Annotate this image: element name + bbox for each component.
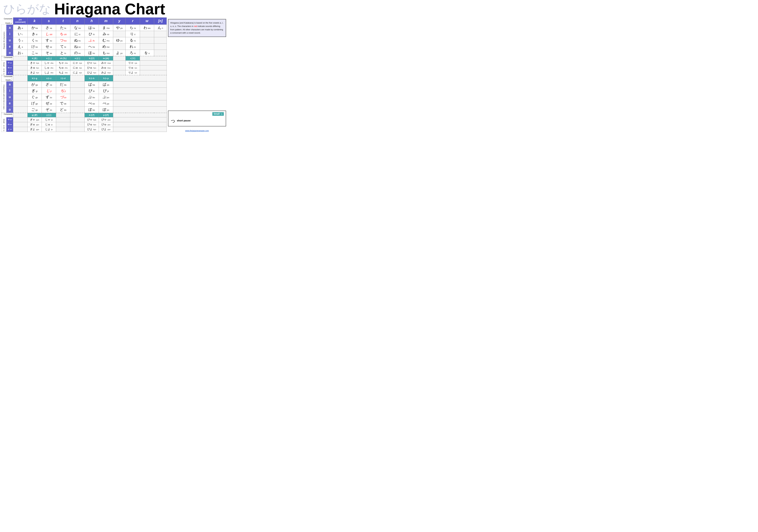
pause-kana: っ xyxy=(170,117,176,124)
cell-yo: よyo xyxy=(113,50,125,56)
smcmp-pyu: ぴゅ pyu xyxy=(99,122,113,127)
cell-mu: むmu xyxy=(99,37,113,43)
dak-ba: ばba xyxy=(85,81,99,87)
regular-section-label: Regular 46 characters xyxy=(1,24,7,56)
dak-ni xyxy=(70,87,85,94)
row-u: u うu くku すsu つtsu ぬnu ふfu むmu ゆyu るru xyxy=(1,37,167,43)
smcmp-gya: ぎゃ gya xyxy=(27,117,42,122)
dak-nc-empty xyxy=(13,75,28,82)
col-header-n2: [n] xyxy=(154,17,167,25)
smcmp-dak-yu-row: ゆ yu ぎゅ gyu じゅ ju びゅ byu ぴゅ pyu xyxy=(1,122,167,127)
consonants-vowels-label: Consonants → Vowels ↙ xyxy=(1,17,13,25)
c-myo: みよ myo xyxy=(99,70,113,75)
vowel-e: e xyxy=(6,43,13,50)
cell-nu: ぬnu xyxy=(70,37,85,43)
dak-ge: げge xyxy=(27,100,42,106)
smcmp-ja: じゃ ja xyxy=(42,117,56,122)
smcmp-pyo: ぴよ pyo xyxy=(99,127,113,132)
dak-labels: Consonants → Vowels ↙ xyxy=(1,75,13,82)
compound-ya-label: や ya xyxy=(6,60,13,65)
dak-bu: ぶbu xyxy=(85,94,99,100)
pause-box-content: っ short pause xyxy=(170,116,190,125)
c-shu: しゅ shu xyxy=(42,65,56,70)
cell-wi-empty xyxy=(140,31,154,37)
dak-ne xyxy=(70,100,85,106)
compound-yo-row: よ yo きよ kyo しよ sho ちよ cho によ nyo ひよ hyo … xyxy=(1,70,167,75)
cell-a-nocons: あa xyxy=(13,24,28,31)
dak-de: でde xyxy=(56,100,70,106)
c-yu-y xyxy=(113,65,125,70)
dak-pe: ぺpe xyxy=(99,100,113,106)
header-row: Consonants → Vowels ↙ [noconsonant] k s … xyxy=(1,17,167,25)
cell-so: そso xyxy=(42,50,56,56)
smcmp-yu-nc xyxy=(13,122,28,127)
no-consonant-header: [noconsonant] xyxy=(13,17,28,25)
smcmp-ya-nc xyxy=(13,117,28,122)
col-header-h: h xyxy=(85,17,99,25)
dak-da: だda xyxy=(56,81,70,87)
c-ryo: りよ ryo xyxy=(125,70,140,75)
compound-h-header: h [ひ] xyxy=(85,56,99,61)
c-rya: りゃ rya xyxy=(125,60,140,65)
cell-n: んn xyxy=(154,24,167,31)
smcmp-bya: びゃ bya xyxy=(85,117,99,122)
dak-vowel-a: a xyxy=(6,81,13,87)
cell-me: めme xyxy=(99,43,113,50)
cell-wo: をo xyxy=(140,50,154,56)
c-yu-nc xyxy=(13,65,28,70)
c-ya-nc xyxy=(13,60,28,65)
dak-gi: ぎgi xyxy=(27,87,42,94)
website-link[interactable]: www.thejapanesepage.com xyxy=(168,130,226,132)
cell-fu: ふfu xyxy=(85,37,99,43)
cell-yi-empty xyxy=(113,31,125,37)
smcmp-ya-extra xyxy=(113,117,167,122)
cell-he: へhe xyxy=(85,43,99,50)
dak-zu: ずzu xyxy=(42,94,56,100)
c-kya: きゃ kya xyxy=(27,60,42,65)
cell-ke: けke xyxy=(27,43,42,50)
cell-to: とto xyxy=(56,50,70,56)
cell-ha: はha xyxy=(85,24,99,31)
c-yu-extra xyxy=(140,65,167,70)
c-yo-extra xyxy=(140,70,167,75)
dak-ze: ぜze xyxy=(42,100,56,106)
c-cho: ちよ cho xyxy=(56,70,70,75)
cell-mo: もmo xyxy=(99,50,113,56)
col-header-w: w xyxy=(140,17,154,25)
cell-i: いi xyxy=(13,31,28,37)
pause-section: Small っ っ short pause xyxy=(168,109,226,126)
smcmp-byu: びゅ byu xyxy=(85,122,99,127)
dak-sz: s ▷ z xyxy=(42,75,56,82)
smcmp-ya-t xyxy=(56,117,70,122)
cell-we-empty xyxy=(140,43,154,50)
c-yo-y xyxy=(113,70,125,75)
pause-box-header: Small っ xyxy=(212,112,224,116)
c-cha: ちゃ cha xyxy=(56,60,70,65)
cell-no: のno xyxy=(70,50,85,56)
header: ひらがな Hiragana Chart xyxy=(0,0,227,17)
c-nyu: にゅ nyu xyxy=(70,65,85,70)
dak-n-empty xyxy=(70,75,85,82)
dak-row-i: i ぎgi じji ぢji びbi ぴpi xyxy=(1,87,167,94)
smcmp-nc-empty xyxy=(13,113,28,117)
cell-su: すsu xyxy=(42,37,56,43)
col-header-s: s xyxy=(42,17,56,25)
cell-ma: まma xyxy=(99,24,113,31)
dak-du: づzu xyxy=(56,94,70,100)
cell-u: うu xyxy=(13,37,28,43)
smcmp-dak-yu: ゆ yu xyxy=(6,122,13,127)
info-text-red: red xyxy=(194,25,197,27)
cell-chi: ちchi xyxy=(56,31,70,37)
compound-s-header: s [し] xyxy=(42,56,56,61)
smcmp-byo: びよ byo xyxy=(85,127,99,132)
dak-vowel-e: e xyxy=(6,100,13,106)
c-kyo: きよ kyo xyxy=(27,70,42,75)
dak-a-extra xyxy=(113,81,167,87)
col-header-k: k xyxy=(27,17,42,25)
right-section: Hiragana (and Katakana) is based on the … xyxy=(168,17,226,132)
smcmp-yo-t xyxy=(56,127,70,132)
smcmp-dak-yo-row: よ yo ぎよ gyo じよ jo びよ byo ぴよ pyo xyxy=(1,127,167,132)
smcmp-ya-n xyxy=(70,117,85,122)
cell-ne2-empty xyxy=(154,43,167,50)
cell-hi: ひhi xyxy=(85,31,99,37)
